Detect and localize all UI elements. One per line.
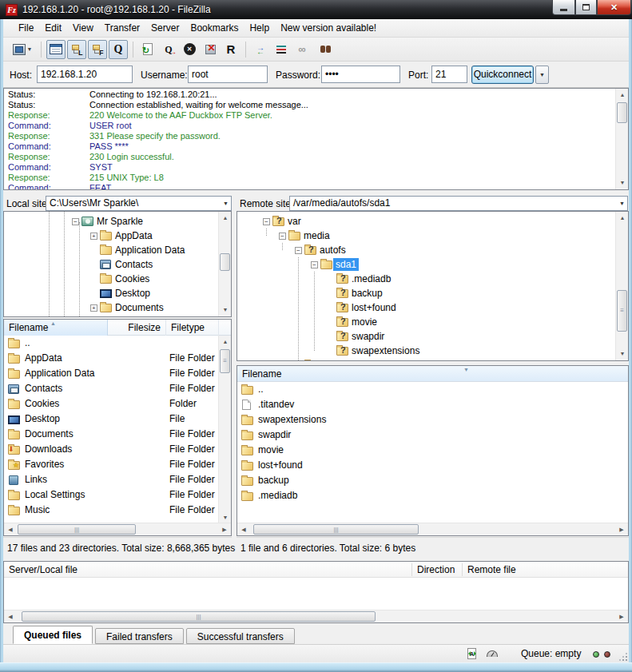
scroll-down-arrow[interactable]: ▼ xyxy=(219,304,232,316)
scroll-up-arrow[interactable]: ▲ xyxy=(219,336,232,348)
menu-transfer[interactable]: Transfer xyxy=(99,21,145,36)
port-input[interactable] xyxy=(431,66,467,83)
local-tree-item[interactable]: Contacts xyxy=(90,257,155,272)
queue-column-local-file[interactable]: Server/Local file xyxy=(9,562,78,578)
local-file-row[interactable]: .. xyxy=(4,336,231,351)
title-bar[interactable]: Fz 192.168.1.20 - root@192.168.1.20 - Fi… xyxy=(0,0,632,19)
remote-tree-item[interactable]: dvd xyxy=(295,358,337,361)
local-file-row[interactable]: ContactsFile Folder xyxy=(4,381,231,396)
queue-view-toggle-button[interactable]: Q xyxy=(109,40,128,59)
remote-file-row[interactable]: backup xyxy=(237,473,628,488)
tree-item-label[interactable]: Cookies xyxy=(113,272,152,285)
local-file-row[interactable]: AppDataFile Folder xyxy=(4,351,231,366)
scroll-right-arrow[interactable]: ▶ xyxy=(615,610,628,623)
quickconnect-button[interactable]: Quickconnect xyxy=(471,66,534,84)
local-file-row[interactable]: Application DataFile Folder xyxy=(4,366,231,381)
queue-column-remote-file[interactable]: Remote file xyxy=(467,562,516,578)
transfer-type-icon[interactable]: A xyxy=(467,648,476,659)
tab-queued-files[interactable]: Queued files xyxy=(13,626,93,644)
local-tree-item[interactable]: Desktop xyxy=(90,286,153,300)
scrollbar-thumb[interactable] xyxy=(220,253,230,271)
message-log-toggle-button[interactable] xyxy=(46,40,66,59)
username-input[interactable] xyxy=(188,66,268,83)
scrollbar-thumb[interactable]: ≡ xyxy=(617,290,627,332)
remote-tree-item[interactable]: swapdir xyxy=(327,329,387,344)
collapse-expander-icon[interactable]: − xyxy=(295,247,302,254)
log-vertical-scrollbar[interactable]: ▲ ▼ xyxy=(615,89,628,189)
tree-item-label[interactable]: Contacts xyxy=(113,258,155,271)
remote-file-row[interactable]: .mediadb xyxy=(237,488,628,503)
local-file-row[interactable]: CookiesFolder xyxy=(4,396,231,412)
tree-item-label[interactable]: Desktop xyxy=(113,287,153,300)
tree-item-label[interactable]: swapdir xyxy=(349,330,387,343)
remote-tree-item[interactable]: −autofs xyxy=(295,243,348,257)
host-input[interactable] xyxy=(37,66,133,83)
remote-tree-item[interactable]: movie xyxy=(327,315,380,329)
directory-comparison-button[interactable] xyxy=(272,40,291,59)
synchronized-browsing-button[interactable]: →← xyxy=(251,40,270,59)
reconnect-button[interactable]: R xyxy=(221,40,240,59)
remote-tree-item[interactable]: −sda1 xyxy=(311,257,359,272)
tree-item-label[interactable]: AppData xyxy=(113,229,155,242)
scroll-right-arrow[interactable]: ▶ xyxy=(218,523,231,536)
expand-expander-icon[interactable]: + xyxy=(90,233,97,240)
collapse-expander-icon[interactable]: − xyxy=(72,218,79,225)
scroll-right-arrow[interactable]: ▶ xyxy=(615,523,628,536)
tree-item-label[interactable]: .mediadb xyxy=(349,272,393,285)
local-file-row[interactable]: DesktopFile xyxy=(4,412,231,427)
queue-column-direction[interactable]: Direction xyxy=(417,562,455,578)
scroll-down-arrow[interactable]: ▼ xyxy=(616,177,629,189)
menu-view[interactable]: View xyxy=(67,21,99,36)
minimize-button[interactable] xyxy=(552,0,575,15)
column-header-filename[interactable]: Filename▲ xyxy=(4,320,108,336)
cancel-button[interactable]: ✕ xyxy=(180,40,199,59)
menu-server[interactable]: Server xyxy=(145,21,185,36)
tree-item-label[interactable]: var xyxy=(285,215,304,228)
refresh-button[interactable]: ↻ xyxy=(138,40,157,59)
local-tree-vertical-scrollbar[interactable]: ▲ ▼ xyxy=(218,212,231,316)
local-file-row[interactable]: FavoritesFile Folder xyxy=(4,457,231,472)
remote-tree-item[interactable]: −var xyxy=(263,214,304,229)
local-tree-item[interactable]: −Mr Sparkle xyxy=(72,214,145,229)
local-tree-item[interactable]: Downloads xyxy=(90,315,165,317)
local-file-row[interactable]: LinksFile Folder xyxy=(4,472,231,487)
tree-item-label[interactable]: autofs xyxy=(317,244,348,256)
remote-tree-vertical-scrollbar[interactable]: ▲ ≡ ▼ xyxy=(615,212,628,360)
speed-limits-icon[interactable] xyxy=(487,650,498,657)
remote-file-row[interactable]: .. xyxy=(237,382,628,397)
scrollbar-thumb[interactable]: ||| xyxy=(253,524,419,535)
process-queue-button[interactable]: Q xyxy=(159,40,178,59)
disconnect-button[interactable] xyxy=(201,40,220,59)
remote-tree-toggle-button[interactable] xyxy=(88,40,107,59)
scroll-left-arrow[interactable]: ◀ xyxy=(4,523,17,536)
password-input[interactable] xyxy=(321,66,400,83)
scroll-left-arrow[interactable]: ◀ xyxy=(237,523,250,536)
tree-item-label[interactable]: Application Data xyxy=(113,244,187,256)
queue-horizontal-scrollbar[interactable]: ◀ ||| ▶ xyxy=(4,610,628,622)
scroll-up-arrow[interactable]: ▲ xyxy=(616,212,629,225)
expand-expander-icon[interactable]: + xyxy=(90,304,97,312)
remote-file-row[interactable]: movie xyxy=(237,443,628,458)
filter-button[interactable]: ∞ xyxy=(292,40,312,59)
local-tree-item[interactable]: Application Data xyxy=(90,243,187,257)
tree-item-label[interactable]: Mr Sparkle xyxy=(94,215,145,228)
remote-site-combo[interactable]: /var/media/autofs/sda1▼ xyxy=(289,196,628,211)
local-list-vertical-scrollbar[interactable]: ▲ ≡ ▼ xyxy=(218,336,231,524)
column-header-filesize[interactable]: Filesize xyxy=(108,320,166,336)
local-file-row[interactable]: Local SettingsFile Folder xyxy=(4,487,231,503)
menu-bookmarks[interactable]: Bookmarks xyxy=(185,21,244,36)
local-file-row[interactable]: MusicFile Folder xyxy=(4,503,231,518)
remote-tree-item[interactable]: −media xyxy=(279,229,332,243)
local-tree-item[interactable]: +Documents xyxy=(90,300,166,315)
remote-tree-item[interactable]: .mediadb xyxy=(327,272,393,286)
collapse-expander-icon[interactable]: − xyxy=(263,218,270,225)
menu-new-version[interactable]: New version available! xyxy=(275,21,382,36)
collapse-expander-icon[interactable]: − xyxy=(311,261,318,268)
column-header-filename[interactable]: Filename▼ xyxy=(237,366,628,382)
scroll-left-arrow[interactable]: ◀ xyxy=(4,610,17,623)
collapse-expander-icon[interactable]: − xyxy=(279,233,286,240)
tree-item-label[interactable]: movie xyxy=(349,316,380,328)
menu-edit[interactable]: Edit xyxy=(39,21,67,36)
tree-item-label[interactable]: media xyxy=(301,229,332,242)
menu-help[interactable]: Help xyxy=(244,21,275,36)
